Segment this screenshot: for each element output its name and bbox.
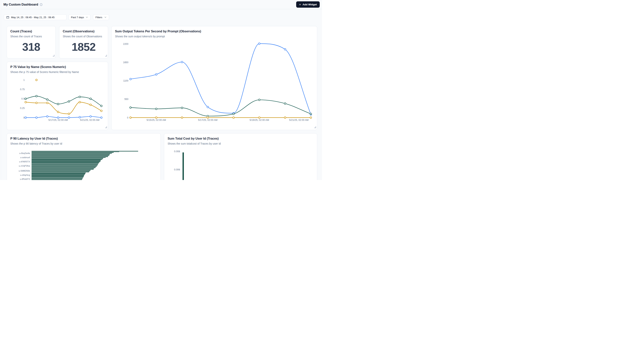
latency-bar [32, 160, 101, 160]
latency-bar [32, 153, 112, 154]
widget-title: Count (Observations) [63, 30, 104, 33]
user-id-label: u-tFAR5TX [7, 160, 30, 163]
bar-chart-total-cost: 0.0080.006 [164, 134, 317, 180]
widget-count-observations: Count (Observations) Shows the count of … [59, 26, 108, 58]
svg-text:0: 0 [23, 116, 25, 119]
latency-bar [32, 178, 83, 178]
tokens_by_prompt-series-blue [130, 44, 311, 115]
plus-icon: + [299, 3, 301, 6]
bar-chart-p90-latency: u-8sq2w4au-aobnuxfu-tFAR5TXu-zVqP3hwu-5M… [7, 134, 160, 180]
widget-tokens-per-second: Sum Output Tokens Per Second by Prompt (… [111, 26, 317, 130]
latency-bar [32, 170, 91, 170]
widget-p75-value: P 75 Value by Name (Scores Numeric) Show… [7, 62, 108, 130]
widget-total-cost: Sum Total Cost by User Id (Traces) Shows… [164, 133, 317, 180]
svg-text:2200: 2200 [123, 43, 128, 45]
latency-bar [32, 177, 84, 177]
chevron-down-icon [86, 16, 88, 18]
kpi-value: 1852 [72, 41, 96, 53]
svg-text:0.25: 0.25 [20, 107, 25, 110]
user-id-label: u-aobnuxf [7, 156, 30, 159]
latency-bar [32, 159, 103, 159]
latency-bar [32, 165, 98, 165]
svg-text:1650: 1650 [123, 61, 128, 64]
sidebar-edge [0, 0, 1, 180]
y-axis-tick: 0.006 [168, 168, 180, 171]
svg-text:5/17/25, 02:00 AM: 5/17/25, 02:00 AM [198, 119, 217, 121]
latency-bar [32, 176, 84, 177]
cost-bar [182, 152, 184, 180]
latency-bar [32, 152, 119, 152]
latency-bar [32, 166, 97, 166]
latency-bar [32, 162, 99, 163]
latency-bar [32, 175, 84, 175]
latency-bar [32, 157, 106, 158]
tokens_by_prompt-series-green [130, 100, 311, 116]
latency-bar [32, 174, 85, 174]
resize-handle-icon[interactable] [314, 125, 316, 129]
latency-bar [32, 156, 108, 157]
filters-label: Filters [96, 16, 102, 19]
widget-p90-latency: P 90 Latency by User Id (Traces) Shows t… [7, 133, 161, 180]
latency-bar [32, 168, 94, 169]
user-id-label: u-8sq2w4a [7, 152, 30, 155]
time-preset-select[interactable]: Past 7 days [68, 14, 90, 20]
latency-bar [32, 169, 94, 170]
svg-text:550: 550 [124, 98, 128, 101]
dashboard-content: May 14, 25 : 08:45 - May 21, 25 : 08:45 … [1, 9, 322, 180]
svg-text:1: 1 [23, 79, 25, 81]
latency-bar [32, 173, 85, 174]
calendar-icon [6, 16, 9, 19]
latency-bar [32, 164, 98, 164]
latency-bar [32, 161, 100, 162]
page-header: My Custom Dashboard + Add Widget [1, 0, 322, 9]
widget-count-traces: Count (Traces) Shows the count of Traces… [7, 26, 56, 58]
svg-text:0: 0 [127, 116, 128, 119]
latency-bar [32, 152, 114, 153]
svg-text:0.5: 0.5 [22, 98, 25, 100]
resize-handle-icon[interactable] [105, 125, 107, 129]
resize-handle-icon[interactable] [52, 54, 54, 57]
user-id-label: u-d3qr5cg [7, 174, 30, 176]
latency-bar [32, 164, 98, 165]
latency-bar [32, 155, 109, 156]
date-range-value: May 14, 25 : 08:45 - May 21, 25 : 08:45 [11, 16, 54, 19]
latency-bar [32, 163, 99, 163]
filters-button[interactable]: Filters [93, 14, 109, 20]
latency-bar [32, 154, 110, 155]
svg-text:5/21/25, 02:00 AM: 5/21/25, 02:00 AM [289, 119, 308, 121]
user-id-label: u-5M8D56k [7, 169, 30, 172]
latency-bar [32, 173, 86, 173]
latency-bar [32, 172, 89, 173]
widget-subtitle: Shows the count of Observations [63, 35, 104, 38]
latency-bar [32, 175, 84, 176]
latency-bar [32, 179, 82, 179]
time-preset-value: Past 7 days [71, 16, 84, 19]
chevron-down-icon [104, 16, 106, 18]
add-widget-label: Add Widget [302, 3, 317, 6]
latency-bar [32, 178, 83, 179]
latency-bar [32, 167, 96, 168]
latency-bar [32, 180, 82, 180]
svg-text:0.75: 0.75 [20, 88, 25, 91]
user-id-label: u-zVqP3hw [7, 165, 30, 167]
page-title: My Custom Dashboard [4, 3, 38, 7]
svg-text:1100: 1100 [123, 80, 128, 82]
widget-subtitle: Shows the count of Traces [10, 35, 52, 38]
add-widget-button[interactable]: + Add Widget [296, 1, 320, 8]
resize-handle-icon[interactable] [105, 54, 107, 57]
dashboard-page: My Custom Dashboard + Add Widget May 14,… [0, 0, 322, 180]
latency-bar [32, 158, 103, 159]
svg-text:5/21/25, 02:00 AM: 5/21/25, 02:00 AM [80, 119, 99, 121]
latency-bar [32, 170, 90, 171]
latency-bar [32, 151, 138, 151]
latency-bar [32, 166, 96, 167]
line-chart-tokens: 05501100165022005/15/25, 02:00 AM5/17/25… [112, 26, 317, 130]
date-range-picker[interactable]: May 14, 25 : 08:45 - May 21, 25 : 08:45 [4, 14, 66, 20]
y-axis-tick: 0.008 [168, 150, 180, 153]
latency-bar [32, 171, 89, 172]
svg-text:5/15/25, 02:00 AM: 5/15/25, 02:00 AM [146, 119, 166, 121]
svg-text:5/19/25, 02:00 AM: 5/19/25, 02:00 AM [250, 119, 269, 121]
latency-bar [32, 159, 102, 160]
latency-bar [32, 168, 95, 168]
info-icon[interactable] [40, 3, 42, 6]
